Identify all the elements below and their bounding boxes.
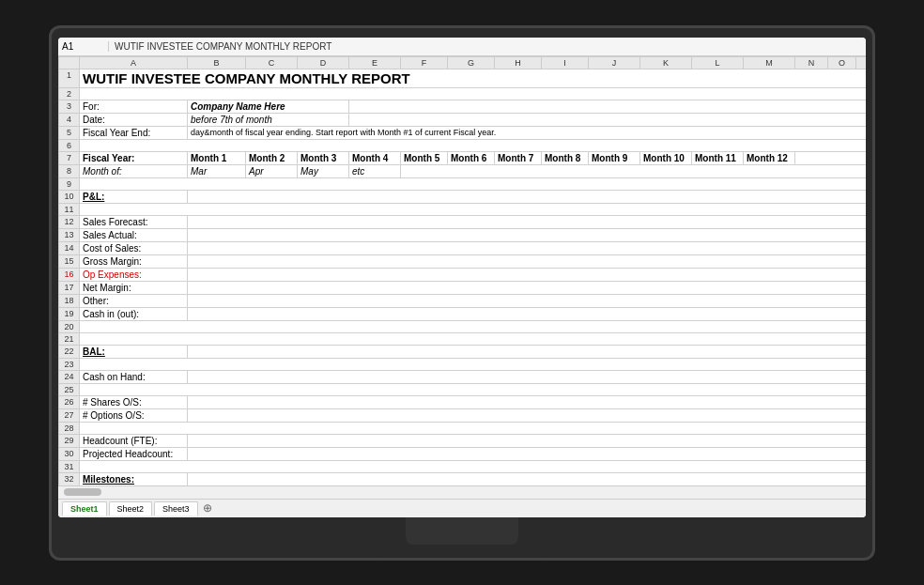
cell-a7[interactable]: Fiscal Year: [80,151,188,164]
cell-a4[interactable]: Date: [80,113,188,126]
cell-b7[interactable]: Month 1 [188,151,246,164]
cell-e3[interactable] [349,100,867,113]
cell-b10[interactable] [188,190,867,203]
row-header-28: 28 [59,422,80,434]
cell-b32[interactable] [188,472,867,485]
cell-f7[interactable]: Month 5 [401,151,448,164]
cell-b5[interactable]: day&month of fiscal year ending. Start r… [188,126,867,139]
cell-l7[interactable]: Month 11 [692,151,744,164]
cell-h7[interactable]: Month 7 [495,151,542,164]
cell-b19[interactable] [188,307,867,320]
cell-b29[interactable] [188,434,867,447]
cell-a6[interactable] [80,139,867,151]
table-row: 22 BAL: [59,345,867,358]
cell-i7[interactable]: Month 8 [542,151,589,164]
cell-k7[interactable]: Month 10 [640,151,692,164]
cell-a8[interactable]: Month of: [80,164,188,177]
cell-d8[interactable]: May [298,164,349,177]
cell-e4[interactable] [349,113,867,126]
cell-a32[interactable]: Milestones: [80,472,188,485]
cell-a22[interactable]: BAL: [80,345,188,358]
cell-b3[interactable]: Company Name Here [188,100,349,113]
row-header-29: 29 [59,434,80,447]
cell-a26[interactable]: # Shares O/S: [80,395,188,408]
horizontal-scrollbar[interactable] [58,485,866,499]
col-header-p[interactable]: P [856,56,867,69]
cell-a28[interactable] [80,422,867,434]
cell-c7[interactable]: Month 2 [246,151,298,164]
row-header-12: 12 [59,215,80,228]
table-row: 18 Other: [59,294,867,307]
col-header-i[interactable]: I [542,56,589,69]
cell-a16[interactable]: Op Expenses: [80,268,188,281]
add-sheet-button[interactable]: ⊕ [200,500,215,516]
cell-b30[interactable] [188,447,867,460]
cell-d7[interactable]: Month 3 [298,151,349,164]
col-header-n[interactable]: N [795,56,828,69]
cell-a5[interactable]: Fiscal Year End: [80,126,188,139]
col-header-b[interactable]: B [188,56,246,69]
cell-a2[interactable] [80,87,867,100]
cell-f8[interactable] [401,164,867,177]
cell-b22[interactable] [188,345,867,358]
cell-a1[interactable]: WUTIF INVESTEE COMPANY MONTHLY REPORT [80,69,867,87]
cell-a20[interactable] [80,320,867,332]
cell-b8[interactable]: Mar [188,164,246,177]
scrollbar-thumb[interactable] [64,488,101,496]
col-header-f[interactable]: F [401,56,448,69]
cell-a31[interactable] [80,460,867,472]
cell-b15[interactable] [188,254,867,268]
col-header-g[interactable]: G [448,56,495,69]
cell-e8[interactable]: etc [349,164,401,177]
cell-b27[interactable] [188,408,867,422]
col-header-k[interactable]: K [640,56,692,69]
col-header-c[interactable]: C [246,56,298,69]
cell-e7[interactable]: Month 4 [349,151,401,164]
column-headers-row: A B C D E F G H I J K L M N O [59,56,867,69]
tab-sheet1[interactable]: Sheet1 [62,501,107,516]
cell-b24[interactable] [188,370,867,383]
tab-sheet2[interactable]: Sheet2 [109,501,153,516]
cell-a13[interactable]: Sales Actual: [80,228,188,241]
cell-a30[interactable]: Projected Headcount: [80,447,188,460]
cell-b17[interactable] [188,281,867,294]
cell-a18[interactable]: Other: [80,294,188,307]
cell-a23[interactable] [80,358,867,370]
col-header-l[interactable]: L [692,56,744,69]
cell-b12[interactable] [188,215,867,228]
col-header-a[interactable]: A [80,56,188,69]
tab-sheet3[interactable]: Sheet3 [154,501,198,516]
cell-a29[interactable]: Headcount (FTE): [80,434,188,447]
cell-a9[interactable] [80,177,867,190]
cell-a25[interactable] [80,383,867,395]
cell-a17[interactable]: Net Margin: [80,281,188,294]
cell-a21[interactable] [80,332,867,345]
cell-a10[interactable]: P&L: [80,190,188,203]
cell-a24[interactable]: Cash on Hand: [80,370,188,383]
col-header-d[interactable]: D [298,56,349,69]
cell-a3[interactable]: For: [80,100,188,113]
col-header-j[interactable]: J [589,56,640,69]
cell-a14[interactable]: Cost of Sales: [80,241,188,254]
cell-b4[interactable]: before 7th of month [188,113,349,126]
cell-m7[interactable]: Month 12 [744,151,795,164]
col-header-m[interactable]: M [744,56,795,69]
cell-a12[interactable]: Sales Forecast: [80,215,188,228]
cell-a15[interactable]: Gross Margin: [80,254,188,268]
cell-a11[interactable] [80,203,867,215]
cell-b18[interactable] [188,294,867,307]
cell-b14[interactable] [188,241,867,254]
cell-b26[interactable] [188,395,867,408]
col-header-o[interactable]: O [828,56,856,69]
cell-c8[interactable]: Apr [246,164,298,177]
cell-j7[interactable]: Month 9 [589,151,640,164]
cell-b16[interactable] [188,268,867,281]
row-header-18: 18 [59,294,80,307]
cell-a19[interactable]: Cash in (out): [80,307,188,320]
cell-n7[interactable] [795,151,867,164]
col-header-h[interactable]: H [495,56,542,69]
col-header-e[interactable]: E [349,56,401,69]
cell-b13[interactable] [188,228,867,241]
cell-a27[interactable]: # Options O/S: [80,408,188,422]
cell-g7[interactable]: Month 6 [448,151,495,164]
